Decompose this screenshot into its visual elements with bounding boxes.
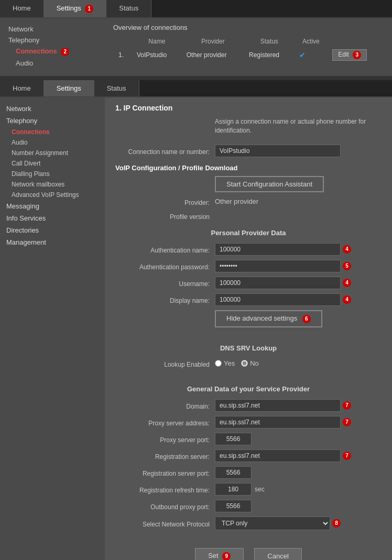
domain-label: Domain: [115, 400, 215, 410]
proxy-port-row: Proxy server port: [115, 433, 382, 445]
reg-port-input[interactable] [215, 466, 252, 479]
main-wrapper: Network Telephony Connections Audio Numb… [0, 97, 392, 560]
lookup-radio-group: Yes No [215, 359, 259, 367]
proxy-port-input[interactable] [215, 433, 252, 445]
hide-advanced-button[interactable]: Hide advanced settings 6 [215, 310, 322, 327]
row-edit: Edit 3 [328, 47, 383, 63]
connection-name-label: Connection name or number: [115, 146, 215, 156]
auth-name-input[interactable] [215, 243, 341, 256]
overview-main: Overview of connections Name Provider St… [113, 24, 384, 69]
tab2-home[interactable]: Home [0, 80, 44, 96]
auth-pass-label: Authentication password: [115, 261, 215, 271]
col-edit [328, 37, 383, 46]
auth-pass-badge: 5 [343, 262, 351, 270]
row-status: Registered [245, 47, 294, 63]
settings-badge: 1 [85, 5, 93, 13]
profile-version-row: Profile version [115, 211, 382, 221]
auth-pass-input[interactable] [215, 260, 341, 272]
reg-server-label: Registration server: [115, 451, 215, 460]
start-assistant-button[interactable]: Start Configuration Assistant [215, 176, 324, 192]
sidebar-item-dialling-plans[interactable]: Dialling Plans [0, 169, 105, 179]
personal-provider-row: Personal Provider Data [115, 225, 382, 240]
outbound-proxy-input[interactable] [215, 500, 252, 512]
sidebar-item-network-mailboxes[interactable]: Network mailboxes [0, 179, 105, 190]
domain-input[interactable] [215, 399, 341, 412]
col-active: Active [295, 37, 328, 46]
set-button[interactable]: Set 9 [195, 548, 244, 560]
reg-server-input[interactable] [215, 449, 341, 462]
overview-nav-telephony[interactable]: Telephony [8, 35, 113, 46]
lookup-enabled-row: Lookup Enabled Yes No [115, 358, 382, 368]
lookup-yes-label[interactable]: Yes [215, 359, 235, 367]
protocol-badge: 8 [332, 519, 341, 528]
overview-nav-connections[interactable]: Connections 2 [8, 46, 113, 58]
connections-badge: 2 [61, 48, 69, 56]
username-row: Username: 4 [115, 277, 382, 289]
sidebar-item-connections[interactable]: Connections [0, 127, 105, 137]
lookup-yes-radio[interactable] [215, 360, 222, 367]
connection-name-row: Connection name or number: [115, 145, 382, 157]
overview-title: Overview of connections [113, 24, 384, 31]
col-provider: Provider [182, 37, 244, 46]
active-check-icon: ✔ [299, 51, 306, 59]
sidebar-group-telephony[interactable]: Telephony [0, 115, 105, 127]
general-data-row: General Data of your Service Provider [115, 381, 382, 396]
separator [0, 76, 392, 80]
row-name: VoIPstudio [133, 47, 181, 63]
table-row: 1. VoIPstudio Other provider Registered … [114, 47, 383, 63]
col-num [114, 37, 132, 46]
cancel-button[interactable]: Cancel [254, 548, 301, 560]
select-protocol-label: Select Network Protocol [115, 518, 215, 528]
auth-name-badge: 4 [343, 245, 351, 254]
sidebar-item-audio[interactable]: Audio [0, 137, 105, 148]
outbound-proxy-row: Outbound proxy port: [115, 500, 382, 512]
provider-row: Provider: Other provider [115, 196, 382, 206]
edit-button[interactable]: Edit 3 [332, 49, 367, 61]
dns-srv-row: DNS SRV Lookup [115, 340, 382, 355]
sidebar-group-network[interactable]: Network [0, 103, 105, 115]
assign-desc: Assign a connection name or actual phone… [215, 117, 382, 135]
display-name-input[interactable] [215, 293, 341, 306]
reg-server-row: Registration server: 7 [115, 449, 382, 462]
reg-refresh-input[interactable] [215, 483, 252, 496]
lookup-no-radio[interactable] [241, 360, 248, 367]
outbound-proxy-label: Outbound proxy port: [115, 501, 215, 511]
sidebar-group-directories[interactable]: Directories [0, 224, 105, 236]
reg-server-badge: 7 [343, 452, 351, 460]
lookup-no-label[interactable]: No [241, 359, 259, 367]
tab2-status[interactable]: Status [94, 80, 139, 96]
display-name-row: Display name: 4 [115, 293, 382, 306]
set-badge: 9 [222, 552, 231, 560]
overview-sidebar: Network Telephony Connections 2 Audio [8, 24, 113, 69]
tab1-status[interactable]: Status [106, 0, 151, 17]
edit-badge: 3 [353, 51, 361, 59]
personal-provider-label: Personal Provider Data [211, 229, 286, 237]
sidebar-item-number-assignment[interactable]: Number Assignment [0, 148, 105, 158]
overview-nav-network[interactable]: Network [8, 24, 113, 35]
row-active: ✔ [295, 47, 328, 63]
sec-label: sec [255, 486, 265, 493]
tab2-settings[interactable]: Settings [44, 80, 94, 96]
tab1-home[interactable]: Home [0, 0, 44, 17]
domain-row: Domain: 7 [115, 399, 382, 412]
proxy-addr-badge: 7 [343, 418, 351, 426]
select-protocol-row: Select Network Protocol TCP only UDP onl… [115, 517, 382, 530]
proxy-addr-input[interactable] [215, 416, 341, 429]
top-bar-2: Home Settings Status [0, 80, 392, 97]
tab1-settings[interactable]: Settings 1 [44, 0, 107, 17]
overview-nav-audio[interactable]: Audio [8, 58, 113, 69]
select-protocol-dropdown[interactable]: TCP only UDP only TLS only [215, 517, 330, 530]
sidebar-item-advanced-voip[interactable]: Advanced VoIP Settings [0, 190, 105, 200]
col-status: Status [245, 37, 294, 46]
sidebar-group-management[interactable]: Management [0, 236, 105, 248]
reg-port-row: Registration server port: [115, 466, 382, 479]
username-label: Username: [115, 278, 215, 288]
sidebar-group-info-services[interactable]: Info Services [0, 212, 105, 224]
connection-name-input[interactable] [215, 145, 341, 157]
username-input[interactable] [215, 277, 341, 289]
sidebar-item-call-divert[interactable]: Call Divert [0, 158, 105, 169]
row-provider: Other provider [182, 47, 244, 63]
proxy-port-label: Proxy server port: [115, 434, 215, 444]
sidebar-group-messaging[interactable]: Messaging [0, 200, 105, 212]
lookup-enabled-label: Lookup Enabled [115, 358, 215, 368]
